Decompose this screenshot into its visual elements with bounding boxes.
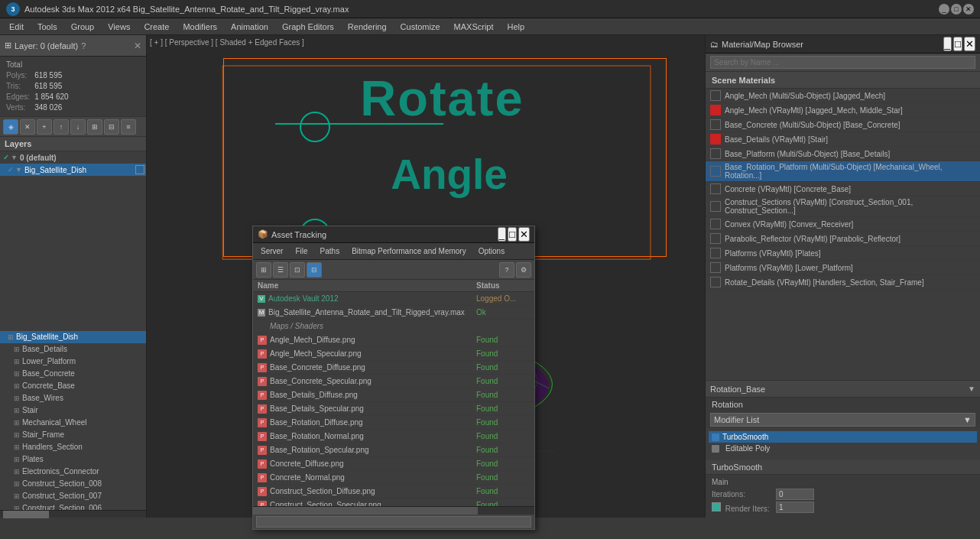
menu-create[interactable]: Create	[138, 21, 175, 33]
layer-item-lower-platform[interactable]: ⊞Lower_Platform	[0, 356, 146, 368]
modifier-entry-turbosmooth[interactable]: TurboSmooth	[709, 431, 977, 443]
iterations-input[interactable]	[776, 489, 814, 500]
at-settings-button[interactable]: ⚙	[516, 262, 531, 278]
mat-item-12[interactable]: Rotate_Details (VRayMtl) [Handlers_Secti…	[706, 275, 980, 290]
layer-item-big-satellite-dish[interactable]: ⊞Big_Satellite_Dish	[0, 331, 146, 343]
render-iters-checkbox[interactable]	[712, 502, 721, 511]
at-row-img-0[interactable]: P Angle_Mech_Diffuse.png Found	[253, 333, 534, 347]
layer-sublist[interactable]: ⊞Big_Satellite_Dish⊞Base_Details⊞Lower_P…	[0, 331, 146, 511]
mat-item-11[interactable]: Platforms (VRayMtl) [Lower_Platform]	[706, 261, 980, 275]
render-iters-input[interactable]	[776, 502, 814, 513]
at-row-img-8[interactable]: P Base_Rotation_Specular.png Found	[253, 443, 534, 457]
layer-item-root[interactable]: ✓ ▼ 0 (default)	[0, 151, 146, 164]
layer-item-construct-section-008[interactable]: ⊞Construct_Section_008	[0, 478, 146, 490]
at-maximize-button[interactable]: □	[508, 227, 517, 242]
at-row-vault[interactable]: V Autodesk Vault 2012 Logged O...	[253, 292, 534, 306]
layer-list[interactable]: ✓ ▼ 0 (default) ✓ ▼ Big_Satellite_Dish	[0, 151, 146, 331]
at-close-button[interactable]: ✕	[518, 227, 530, 242]
at-row-img-7[interactable]: P Base_Rotation_Normal.png Found	[253, 430, 534, 443]
menu-group[interactable]: Group	[65, 21, 101, 33]
scrollbar-thumb[interactable]	[3, 511, 49, 518]
mat-item-2[interactable]: Base_Concrete (Multi/Sub-Object) [Base_C…	[706, 118, 980, 132]
at-row-img-11[interactable]: P Construct_Section_Diffuse.png Found	[253, 485, 534, 498]
layer-item-mechanical-wheel[interactable]: ⊞Mechanical_Wheel	[0, 417, 146, 429]
mat-item-1[interactable]: Angle_Mech (VRayMtl) [Jagged_Mech, Middl…	[706, 103, 980, 118]
at-menu-server[interactable]: Server	[256, 246, 287, 256]
at-row-img-3[interactable]: P Base_Concrete_Specular.png Found	[253, 375, 534, 388]
menu-edit[interactable]: Edit	[3, 21, 30, 33]
layer-tool-settings[interactable]: ≡	[121, 119, 136, 135]
at-row-img-10[interactable]: P Concrete_Normal.png Found	[253, 471, 534, 485]
layer-item-stair[interactable]: ⊞Stair	[0, 404, 146, 417]
menu-animation[interactable]: Animation	[225, 21, 274, 33]
mat-browser-minimize[interactable]: _	[943, 37, 952, 51]
layer-tool-expand[interactable]: ⊞	[87, 119, 102, 135]
mat-browser-close[interactable]: ✕	[964, 37, 975, 51]
help-icon[interactable]: ?	[81, 41, 86, 50]
modifier-entry-editablepoly[interactable]: Editable Poly	[709, 443, 977, 454]
menu-maxscript[interactable]: MAXScript	[448, 21, 500, 33]
at-help-button[interactable]: ?	[499, 262, 514, 278]
at-row-img-9[interactable]: P Concrete_Diffuse.png Found	[253, 457, 534, 471]
layer-item-base-details[interactable]: ⊞Base_Details	[0, 343, 146, 356]
layer-tool-select[interactable]: ◈	[3, 119, 18, 135]
at-tool-4[interactable]: ⊟	[307, 262, 322, 278]
at-horizontal-scrollbar[interactable]	[253, 506, 534, 514]
at-menu-bitmap[interactable]: Bitmap Performance and Memory	[347, 246, 471, 256]
mat-item-0[interactable]: Angle_Mech (Multi/Sub-Object) [Jagged_Me…	[706, 89, 980, 103]
layer-item-handlers-section[interactable]: ⊞Handlers_Section	[0, 441, 146, 453]
layer-item-concrete-base[interactable]: ⊞Concrete_Base	[0, 380, 146, 392]
mat-item-4[interactable]: Base_Platform (Multi/Sub-Object) [Base_D…	[706, 147, 980, 161]
mat-item-7[interactable]: Construct_Sections (VRayMtl) [Construct_…	[706, 196, 980, 217]
menu-views[interactable]: Views	[102, 21, 136, 33]
at-row-img-1[interactable]: P Angle_Mech_Specular.png Found	[253, 347, 534, 361]
layer-item-base-wires[interactable]: ⊞Base_Wires	[0, 392, 146, 404]
menu-help[interactable]: Help	[501, 21, 531, 33]
at-tool-1[interactable]: ⊞	[256, 262, 271, 278]
at-row-img-4[interactable]: P Base_Details_Diffuse.png Found	[253, 388, 534, 402]
mat-item-3[interactable]: Base_Details (VRayMtl) [Stair]	[706, 132, 980, 147]
layer-item-stair-frame[interactable]: ⊞Stair_Frame	[0, 429, 146, 441]
materials-list[interactable]: Angle_Mech (Multi/Sub-Object) [Jagged_Me…	[706, 89, 980, 380]
at-scrollbar-thumb[interactable]	[253, 507, 478, 515]
mat-item-8[interactable]: Convex (VRayMtl) [Convex_Receiver]	[706, 217, 980, 232]
menu-rendering[interactable]: Rendering	[342, 21, 393, 33]
at-menu-paths[interactable]: Paths	[316, 246, 345, 256]
maximize-button[interactable]: □	[951, 4, 962, 15]
layer-tool-collapse[interactable]: ⊟	[104, 119, 119, 135]
layer-item-construct-section-007[interactable]: ⊞Construct_Section_007	[0, 490, 146, 502]
layer-horizontal-scrollbar[interactable]	[0, 510, 146, 518]
material-search-input[interactable]	[710, 56, 975, 69]
menu-customize[interactable]: Customize	[394, 21, 446, 33]
layer-item-plates[interactable]: ⊞Plates	[0, 453, 146, 466]
close-button[interactable]: ✕	[963, 4, 974, 15]
material-search-bar[interactable]	[706, 54, 980, 72]
layer-item-electronics-connector[interactable]: ⊞Electronics_Connector	[0, 466, 146, 478]
menu-modifiers[interactable]: Modifiers	[177, 21, 223, 33]
mat-item-5[interactable]: Base_Rotation_Platform (Multi/Sub-Object…	[706, 161, 980, 182]
layer-tool-add[interactable]: +	[37, 119, 52, 135]
at-row-img-6[interactable]: P Base_Rotation_Diffuse.png Found	[253, 416, 534, 430]
at-minimize-button[interactable]: _	[498, 227, 506, 242]
menu-graph-editors[interactable]: Graph Editors	[276, 21, 340, 33]
layer-close-button[interactable]: ✕	[134, 41, 141, 51]
minimize-button[interactable]: _	[939, 4, 949, 15]
menu-tools[interactable]: Tools	[31, 21, 63, 33]
at-row-img-2[interactable]: P Base_Concrete_Diffuse.png Found	[253, 361, 534, 375]
layer-tool-move-down[interactable]: ↓	[70, 119, 86, 135]
mat-browser-maximize[interactable]: □	[953, 37, 962, 51]
at-row-img-5[interactable]: P Base_Details_Specular.png Found	[253, 402, 534, 416]
at-row-maps[interactable]: Maps / Shaders	[253, 320, 534, 333]
at-search-input[interactable]	[256, 516, 531, 528]
layer-tool-move-up[interactable]: ↑	[54, 119, 69, 135]
layer-tool-delete[interactable]: ✕	[20, 119, 35, 135]
modifier-list-dropdown[interactable]: Modifier List ▼	[710, 413, 975, 427]
at-row-main-file[interactable]: M Big_Satellite_Antenna_Rotate_and_Tilt_…	[253, 306, 534, 320]
modifier-expand-icon[interactable]: ▼	[968, 385, 975, 393]
at-tool-2[interactable]: ☰	[273, 262, 288, 278]
at-row-img-12[interactable]: P Construct_Section_Specular.png Found	[253, 498, 534, 506]
at-tool-3[interactable]: ⊡	[290, 262, 305, 278]
mat-item-9[interactable]: Parabolic_Reflector (VRayMtl) [Parabolic…	[706, 232, 980, 246]
mat-item-6[interactable]: Concrete (VRayMtl) [Concrete_Base]	[706, 182, 980, 196]
at-menu-options[interactable]: Options	[474, 246, 509, 256]
